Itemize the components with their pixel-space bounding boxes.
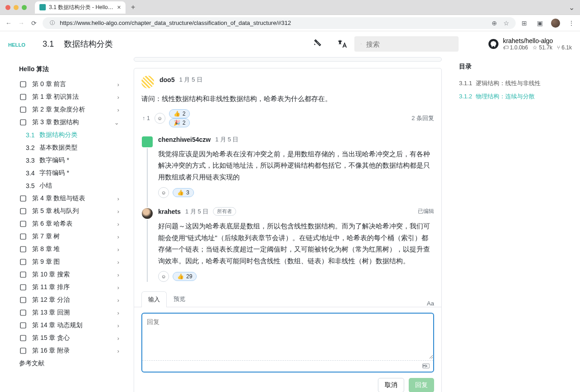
- reaction-pill[interactable]: 👍2: [169, 109, 190, 118]
- reaction-pill[interactable]: 👍29: [173, 272, 197, 281]
- sidebar-chapter[interactable]: 第 2 章 复杂度分析›: [9, 103, 125, 116]
- extensions-icon[interactable]: ⊞: [520, 19, 528, 27]
- search-input[interactable]: [366, 40, 452, 48]
- chevron-right-icon: ›: [117, 195, 119, 202]
- chapter-label: 第 1 章 初识算法: [32, 93, 112, 101]
- chapter-label: 第 7 章 树: [32, 232, 112, 241]
- reaction-count: 29: [186, 273, 192, 280]
- tab-preview[interactable]: 预览: [167, 291, 192, 307]
- chapter-label: 第 4 章 数组与链表: [32, 194, 112, 203]
- new-tab-button[interactable]: +: [131, 3, 135, 11]
- sidebar-chapter[interactable]: 第 7 章 树›: [9, 230, 125, 243]
- toc-num: 3.1.1: [459, 80, 472, 87]
- close-tab-icon[interactable]: ✕: [117, 5, 121, 10]
- chevron-right-icon: ›: [117, 348, 119, 354]
- svg-rect-15: [20, 297, 26, 303]
- sidebar-chapter[interactable]: 第 4 章 数组与链表›: [9, 192, 125, 205]
- svg-rect-18: [20, 335, 26, 341]
- sidebar-chapter[interactable]: 第 3 章 数据结构⌄: [9, 116, 125, 129]
- sidebar-chapter[interactable]: 第 14 章 动态规划›: [9, 319, 125, 332]
- sidebar-chapter[interactable]: 第 16 章 附录›: [9, 344, 125, 357]
- reaction-pill[interactable]: 👍3: [173, 188, 194, 197]
- sidebar-section[interactable]: 3.1数据结构分类: [9, 129, 125, 141]
- reaction-emoji: 👍: [177, 273, 184, 280]
- maximize-window[interactable]: [22, 5, 27, 10]
- svg-rect-10: [20, 234, 26, 239]
- add-reaction-icon[interactable]: ☺: [155, 113, 165, 124]
- tab-input[interactable]: 输入: [141, 291, 167, 307]
- side-panel-icon[interactable]: ▣: [536, 19, 544, 27]
- sidebar-chapter[interactable]: 第 12 章 分治›: [9, 294, 125, 306]
- sidebar-chapter[interactable]: 第 10 章 搜索›: [9, 268, 125, 281]
- avatar[interactable]: [141, 207, 154, 220]
- avatar[interactable]: [141, 76, 154, 88]
- tab-strip: 3.1 数据结构分类 - Hello 算法 ✕ + ⌄: [0, 0, 580, 15]
- url: https://www.hello-algo.com/chapter_data_…: [60, 19, 291, 26]
- format-icon[interactable]: Aa: [427, 300, 434, 307]
- sidebar-section[interactable]: 3.3数字编码 *: [9, 154, 125, 167]
- toc-label: 物理结构：连续与分散: [476, 93, 535, 100]
- add-reaction-icon[interactable]: ☺: [158, 271, 169, 282]
- svg-rect-14: [20, 285, 26, 290]
- sidebar-chapter[interactable]: 第 9 章 图›: [9, 256, 125, 268]
- chapter-label: 第 11 章 排序: [32, 283, 112, 291]
- search-box[interactable]: [354, 36, 459, 52]
- theme-toggle-icon[interactable]: [313, 39, 323, 49]
- chapter-label: 第 16 章 附录: [32, 347, 112, 355]
- reply-tabs: 输入 预览 Aa: [134, 291, 441, 307]
- minimize-window[interactable]: [14, 5, 19, 10]
- sidebar-chapter[interactable]: 第 1 章 初识算法›: [9, 91, 125, 103]
- sidebar-chapter[interactable]: 第 15 章 贪心›: [9, 332, 125, 344]
- sidebar-chapter[interactable]: 第 11 章 排序›: [9, 281, 125, 294]
- chapter-icon: [19, 93, 27, 101]
- upvote-button[interactable]: ↑ 1: [141, 114, 151, 122]
- svg-rect-6: [20, 120, 26, 125]
- toc-item[interactable]: 3.1.2物理结构：连续与分散: [459, 90, 556, 103]
- reply-author[interactable]: chenzhiwei54czw: [158, 136, 211, 143]
- reply-textarea[interactable]: [142, 314, 433, 359]
- chapter-label: 第 15 章 贪心: [32, 334, 112, 342]
- address-bar[interactable]: ⓘ https://www.hello-algo.com/chapter_dat…: [43, 17, 516, 29]
- reaction-pill[interactable]: 🎉2: [169, 118, 190, 127]
- sidebar-chapter[interactable]: 第 0 章 前言›: [9, 78, 125, 91]
- reply-date: 1 月 5 日: [185, 208, 208, 216]
- github-link[interactable]: krahets/hello-algo 🏷 1.0.0b6 ☆ 51.7k ⑂ 6…: [488, 37, 572, 51]
- sidebar-section[interactable]: 3.2基本数据类型: [9, 141, 125, 154]
- browser-tab[interactable]: 3.1 数据结构分类 - Hello 算法 ✕: [35, 1, 126, 14]
- toc-item[interactable]: 3.1.1逻辑结构：线性与非线性: [459, 77, 556, 90]
- sidebar-chapter[interactable]: 第 5 章 栈与队列›: [9, 205, 125, 218]
- menu-icon[interactable]: ⋮: [567, 19, 575, 27]
- sidebar-references[interactable]: 参考文献: [9, 357, 125, 370]
- chapter-icon: [19, 220, 27, 228]
- sidebar-chapter[interactable]: 第 13 章 回溯›: [9, 306, 125, 319]
- submit-reply-button[interactable]: 回复: [409, 378, 434, 392]
- window-controls: [5, 5, 27, 10]
- chevron-right-icon: ›: [117, 335, 119, 342]
- reply-author[interactable]: krahets: [158, 208, 181, 215]
- sidebar-chapter[interactable]: 第 6 章 哈希表›: [9, 218, 125, 230]
- markdown-hint-icon[interactable]: [142, 360, 433, 372]
- chevron-right-icon: ›: [117, 81, 119, 88]
- sidebar-section[interactable]: 3.5小结: [9, 179, 125, 192]
- site-info-icon[interactable]: ⓘ: [48, 19, 56, 26]
- language-icon[interactable]: [337, 39, 347, 49]
- bookmark-icon[interactable]: ☆: [502, 19, 510, 27]
- tab-menu-icon[interactable]: ⌄: [569, 3, 575, 12]
- reply: chenzhiwei54czw 1 月 5 日 我觉得应该是因为哈希表在没有冲突…: [153, 136, 434, 198]
- comment-author[interactable]: doo5: [160, 76, 174, 83]
- sidebar-section[interactable]: 3.4字符编码 *: [9, 167, 125, 179]
- avatar[interactable]: [141, 136, 154, 148]
- reply-count[interactable]: 2 条回复: [411, 114, 434, 122]
- favicon: [39, 4, 46, 10]
- reaction-count: 2: [183, 120, 186, 126]
- back-icon[interactable]: ←: [5, 19, 13, 27]
- zoom-icon[interactable]: ⊕: [490, 19, 498, 27]
- site-logo[interactable]: HELLO: [8, 38, 30, 50]
- cancel-button[interactable]: 取消: [378, 378, 404, 392]
- comment-root: doo5 1 月 5 日: [141, 76, 434, 88]
- add-reaction-icon[interactable]: ☺: [158, 187, 169, 198]
- profile-avatar[interactable]: [551, 19, 560, 28]
- sidebar-chapter[interactable]: 第 8 章 堆›: [9, 243, 125, 256]
- reload-icon[interactable]: ⟳: [30, 19, 38, 27]
- close-window[interactable]: [5, 5, 10, 10]
